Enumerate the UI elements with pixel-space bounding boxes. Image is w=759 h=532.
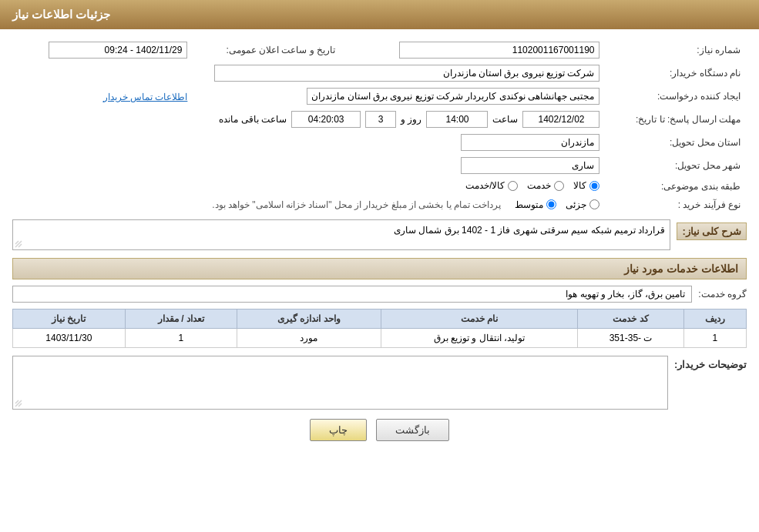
shomara-niaz-label: شماره نیاز: bbox=[606, 38, 747, 62]
shahr-input[interactable] bbox=[461, 157, 599, 174]
radio-kala-khedmat[interactable]: کالا/خدمت bbox=[465, 180, 518, 191]
days-input[interactable] bbox=[365, 111, 396, 128]
cell-kod_khedmat: ت -35-351 bbox=[578, 328, 683, 347]
sharh-niaz-section: شرح کلی نیاز: قرارداد ترمیم شبکه سیم سرق… bbox=[12, 219, 747, 250]
nooe-radio-group: جزئی متوسط bbox=[515, 199, 599, 210]
tarikh-ilan-input[interactable] bbox=[49, 42, 187, 59]
contact-link[interactable]: اطلاعات تماس خریدار bbox=[103, 92, 188, 102]
buyer-desc-section: توضیحات خریدار: bbox=[12, 356, 747, 410]
page-wrapper: جزئیات اطلاعات نیاز شماره نیاز: تاریخ و … bbox=[0, 0, 759, 532]
nooe-note: پرداخت تمام یا بخشی از مبلغ خریدار از مح… bbox=[212, 199, 501, 210]
sharh-niaz-label: شرح کلی نیاز: bbox=[677, 223, 747, 240]
mohlat-label: مهلت ارسال پاسخ: تا تاریخ: bbox=[606, 108, 747, 131]
services-table: ردیف کد خدمت نام خدمت واحد اندازه گیری ت… bbox=[12, 309, 747, 348]
radio-kala[interactable]: کالا bbox=[573, 180, 599, 191]
khadamat-section: اطلاعات خدمات مورد نیاز گروه خدمت: تامین… bbox=[12, 258, 747, 348]
time-input[interactable] bbox=[426, 111, 488, 128]
col-radif: ردیف bbox=[683, 309, 746, 328]
col-tedad: تعداد / مقدار bbox=[125, 309, 237, 328]
nam-dasgah-input[interactable] bbox=[214, 65, 599, 82]
ostan-input[interactable] bbox=[461, 134, 599, 151]
tarikh-ilan-label: تاریخ و ساعت اعلان عمومی: bbox=[193, 38, 351, 62]
cell-radif: 1 bbox=[683, 328, 746, 347]
print-button[interactable]: چاپ bbox=[310, 419, 367, 441]
nooe-farayand-label: نوع فرآیند خرید : bbox=[606, 196, 747, 213]
page-title: جزئیات اطلاعات نیاز bbox=[12, 8, 110, 21]
remaining-label: ساعت باقی مانده bbox=[219, 114, 287, 125]
tabaghe-label: طبقه بندی موضوعی: bbox=[606, 177, 747, 196]
sharh-niaz-box: قرارداد ترمیم شبکه سیم سرقتی شهری فاز 1 … bbox=[12, 219, 670, 250]
cell-nam_khedmat: تولید، انتقال و توزیع برق bbox=[381, 328, 578, 347]
main-content: شماره نیاز: تاریخ و ساعت اعلان عمومی: do… bbox=[0, 29, 759, 463]
ostan-label: استان محل تحویل: bbox=[606, 131, 747, 154]
radio-jozii[interactable]: جزئی bbox=[566, 199, 599, 210]
buttons-row: بازگشت چاپ bbox=[12, 419, 747, 453]
cell-tedad: 1 bbox=[125, 328, 237, 347]
col-kod: کد خدمت bbox=[578, 309, 683, 328]
back-button[interactable]: بازگشت bbox=[376, 419, 449, 441]
service-group-label: گروه خدمت: bbox=[698, 289, 747, 299]
resize-icon bbox=[15, 240, 22, 248]
nam-dasgah-label: نام دستگاه خریدار: bbox=[606, 62, 747, 85]
radio-khedmat[interactable]: خدمت bbox=[527, 180, 564, 191]
service-group-value: تامین برق، گاز، بخار و تهویه هوا bbox=[12, 286, 692, 303]
remaining-input[interactable] bbox=[291, 111, 361, 128]
col-tarikh: تاریخ نیاز bbox=[13, 309, 126, 328]
time-label: ساعت bbox=[492, 114, 518, 125]
info-table: شماره نیاز: تاریخ و ساعت اعلان عمومی: do… bbox=[12, 38, 747, 213]
buyer-desc-box bbox=[12, 356, 668, 410]
ijad-konande-input[interactable] bbox=[307, 88, 599, 105]
cell-vahed: مورد bbox=[237, 328, 381, 347]
col-vahed: واحد اندازه گیری bbox=[237, 309, 381, 328]
khadamat-title: اطلاعات خدمات مورد نیاز bbox=[12, 258, 747, 279]
date-input[interactable] bbox=[522, 111, 599, 128]
sharh-niaz-value: قرارداد ترمیم شبکه سیم سرقتی شهری فاز 1 … bbox=[394, 225, 665, 236]
buyer-desc-label: توضیحات خریدار: bbox=[674, 356, 747, 370]
buyer-resize-icon bbox=[15, 400, 22, 407]
service-group-row: گروه خدمت: تامین برق، گاز، بخار و تهویه … bbox=[12, 286, 747, 303]
page-header: جزئیات اطلاعات نیاز bbox=[0, 0, 759, 29]
radio-motavaset[interactable]: متوسط bbox=[515, 199, 556, 210]
col-nam: نام خدمت bbox=[381, 309, 578, 328]
days-label: روز و bbox=[401, 114, 421, 125]
shahr-label: شهر محل تحویل: bbox=[606, 154, 747, 177]
shomara-niaz-input[interactable] bbox=[399, 42, 599, 59]
tabaghe-radio-group: کالا خدمت کالا/خدمت bbox=[465, 180, 599, 191]
table-row: 1ت -35-351تولید، انتقال و توزیع برقمورد1… bbox=[13, 328, 747, 347]
cell-tarikh: 1403/11/30 bbox=[13, 328, 126, 347]
ijad-konande-label: ایجاد کننده درخواست: bbox=[606, 85, 747, 108]
